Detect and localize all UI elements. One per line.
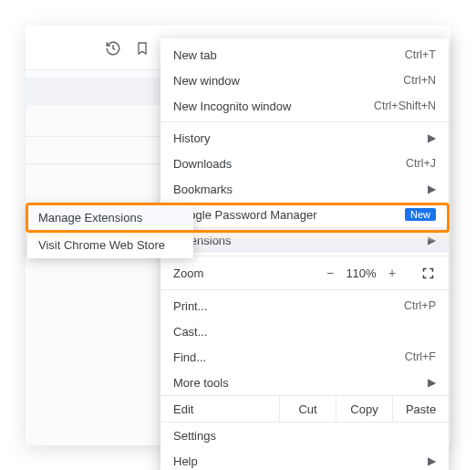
extensions-submenu: Manage Extensions Visit Chrome Web Store — [27, 204, 193, 258]
menu-item-settings[interactable]: Settings — [160, 423, 449, 448]
menu-item-history[interactable]: History ▶ — [160, 125, 449, 151]
menu-item-new-window[interactable]: New window Ctrl+N — [160, 68, 449, 93]
menu-item-downloads[interactable]: Downloads Ctrl+J — [160, 151, 449, 176]
menu-item-new-tab[interactable]: New tab Ctrl+T — [160, 42, 449, 68]
menu-item-label: More tools — [173, 376, 422, 390]
menu-item-shortcut: Ctrl+N — [403, 74, 436, 87]
chevron-right-icon: ▶ — [428, 131, 436, 144]
menu-item-password-manager[interactable]: Google Password Manager New — [160, 202, 449, 227]
menu-item-label: Print... — [173, 299, 404, 313]
menu-item-incognito[interactable]: New Incognito window Ctrl+Shift+N — [160, 93, 449, 119]
menu-item-label: Downloads — [173, 157, 406, 171]
zoom-value: 110% — [341, 266, 381, 280]
menu-item-label: Cast... — [173, 325, 436, 339]
window: Manage Extensions Visit Chrome Web Store… — [26, 26, 450, 445]
menu-item-zoom: Zoom − 110% + — [160, 259, 449, 287]
menu-separator — [160, 256, 449, 256]
chevron-right-icon: ▶ — [428, 183, 436, 195]
menu-item-label: Find... — [173, 350, 405, 364]
visit-chrome-web-store-item[interactable]: Visit Chrome Web Store — [27, 231, 193, 258]
menu-item-label: New window — [173, 74, 403, 88]
menu-item-shortcut: Ctrl+F — [405, 350, 436, 363]
menu-item-shortcut: Ctrl+Shift+N — [374, 99, 436, 112]
menu-item-print[interactable]: Print... Ctrl+P — [160, 293, 449, 319]
copy-button[interactable]: Copy — [336, 395, 392, 423]
chrome-main-menu: New tab Ctrl+T New window Ctrl+N New Inc… — [160, 38, 449, 470]
chevron-right-icon: ▶ — [428, 234, 436, 246]
bookmark-icon[interactable] — [129, 36, 155, 61]
new-badge: New — [405, 208, 436, 221]
menu-item-find[interactable]: Find... Ctrl+F — [160, 344, 449, 370]
menu-item-label: Help — [173, 454, 422, 468]
menu-item-bookmarks[interactable]: Bookmarks ▶ — [160, 176, 449, 202]
menu-item-more-tools[interactable]: More tools ▶ — [160, 370, 449, 395]
menu-item-label: Bookmarks — [173, 183, 422, 196]
zoom-controls: − 110% + — [319, 266, 403, 280]
menu-item-label: New tab — [173, 48, 405, 62]
submenu-item-label: Manage Extensions — [38, 211, 142, 225]
menu-item-label: Zoom — [173, 266, 319, 280]
menu-item-label: New Incognito window — [173, 99, 374, 113]
menu-item-shortcut: Ctrl+J — [406, 157, 436, 170]
menu-item-label: Google Password Manager — [173, 208, 398, 222]
menu-item-shortcut: Ctrl+T — [405, 48, 436, 61]
menu-item-cast[interactable]: Cast... — [160, 319, 449, 344]
zoom-in-button[interactable]: + — [381, 266, 403, 280]
menu-item-label: Extensions — [173, 234, 422, 247]
menu-item-extensions[interactable]: Extensions ▶ — [160, 227, 449, 253]
submenu-item-label: Visit Chrome Web Store — [38, 238, 165, 252]
menu-item-label: History — [173, 131, 422, 145]
history-icon[interactable] — [100, 36, 126, 61]
menu-item-label: Edit — [160, 402, 279, 416]
manage-extensions-item[interactable]: Manage Extensions — [27, 204, 193, 231]
fullscreen-icon[interactable] — [419, 265, 436, 281]
menu-item-help[interactable]: Help ▶ — [160, 448, 449, 470]
chevron-right-icon: ▶ — [428, 454, 436, 467]
chevron-right-icon: ▶ — [428, 376, 436, 389]
menu-separator — [160, 289, 449, 290]
paste-button[interactable]: Paste — [392, 395, 449, 423]
menu-item-shortcut: Ctrl+P — [404, 299, 436, 312]
cut-button[interactable]: Cut — [279, 395, 336, 423]
menu-item-label: Settings — [173, 429, 436, 443]
zoom-out-button[interactable]: − — [319, 266, 341, 280]
menu-separator — [160, 121, 449, 122]
menu-item-edit: Edit Cut Copy Paste — [160, 395, 449, 423]
